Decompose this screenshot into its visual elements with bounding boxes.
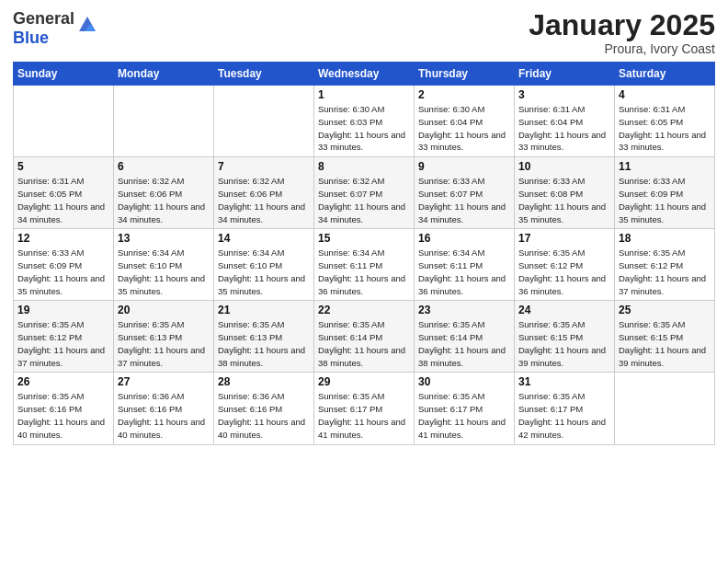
header: General Blue January 2025 Proura, Ivory …	[13, 9, 715, 56]
day-info: Sunrise: 6:35 AMSunset: 6:17 PMDaylight:…	[518, 390, 610, 441]
day-cell: 11Sunrise: 6:33 AMSunset: 6:09 PMDayligh…	[615, 157, 715, 229]
day-number: 10	[518, 160, 610, 173]
day-cell: 23Sunrise: 6:35 AMSunset: 6:14 PMDayligh…	[415, 301, 515, 373]
day-number: 9	[418, 160, 510, 173]
day-info: Sunrise: 6:35 AMSunset: 6:15 PMDaylight:…	[518, 318, 610, 369]
day-cell: 26Sunrise: 6:35 AMSunset: 6:16 PMDayligh…	[14, 373, 114, 444]
day-info: Sunrise: 6:35 AMSunset: 6:12 PMDaylight:…	[518, 247, 610, 297]
weekday-header-row: SundayMondayTuesdayWednesdayThursdayFrid…	[14, 63, 715, 86]
day-number: 26	[17, 375, 109, 388]
day-info: Sunrise: 6:35 AMSunset: 6:17 PMDaylight:…	[418, 390, 510, 441]
day-info: Sunrise: 6:34 AMSunset: 6:10 PMDaylight:…	[118, 247, 210, 297]
day-number: 28	[218, 375, 310, 388]
day-cell: 28Sunrise: 6:36 AMSunset: 6:16 PMDayligh…	[214, 373, 314, 444]
calendar-table: SundayMondayTuesdayWednesdayThursdayFrid…	[13, 62, 715, 444]
day-info: Sunrise: 6:36 AMSunset: 6:16 PMDaylight:…	[218, 390, 310, 441]
day-number: 22	[318, 304, 410, 316]
day-info: Sunrise: 6:33 AMSunset: 6:09 PMDaylight:…	[17, 247, 109, 297]
day-info: Sunrise: 6:32 AMSunset: 6:07 PMDaylight:…	[318, 175, 410, 225]
day-info: Sunrise: 6:30 AMSunset: 6:04 PMDaylight:…	[418, 103, 510, 154]
day-number: 4	[619, 88, 711, 101]
week-row-0: 1Sunrise: 6:30 AMSunset: 6:03 PMDaylight…	[14, 86, 715, 157]
day-info: Sunrise: 6:34 AMSunset: 6:11 PMDaylight:…	[318, 247, 410, 297]
day-cell: 1Sunrise: 6:30 AMSunset: 6:03 PMDaylight…	[314, 86, 415, 157]
day-number: 29	[318, 375, 410, 388]
logo: General Blue	[13, 9, 97, 47]
day-number: 25	[619, 304, 711, 316]
day-cell: 22Sunrise: 6:35 AMSunset: 6:14 PMDayligh…	[314, 301, 415, 373]
weekday-header-friday: Friday	[515, 63, 615, 86]
day-cell: 6Sunrise: 6:32 AMSunset: 6:06 PMDaylight…	[114, 157, 214, 229]
day-cell	[615, 373, 715, 444]
day-cell: 20Sunrise: 6:35 AMSunset: 6:13 PMDayligh…	[114, 301, 214, 373]
weekday-header-thursday: Thursday	[415, 63, 515, 86]
day-number: 24	[518, 304, 610, 316]
day-cell: 7Sunrise: 6:32 AMSunset: 6:06 PMDaylight…	[214, 157, 314, 229]
day-cell: 19Sunrise: 6:35 AMSunset: 6:12 PMDayligh…	[14, 301, 114, 373]
week-row-4: 26Sunrise: 6:35 AMSunset: 6:16 PMDayligh…	[14, 373, 715, 444]
day-number: 14	[218, 232, 310, 245]
day-info: Sunrise: 6:33 AMSunset: 6:09 PMDaylight:…	[619, 175, 711, 225]
day-number: 23	[418, 304, 510, 316]
day-cell: 31Sunrise: 6:35 AMSunset: 6:17 PMDayligh…	[515, 373, 615, 444]
day-cell: 10Sunrise: 6:33 AMSunset: 6:08 PMDayligh…	[515, 157, 615, 229]
day-number: 27	[118, 375, 210, 388]
day-cell	[114, 86, 214, 157]
day-cell: 30Sunrise: 6:35 AMSunset: 6:17 PMDayligh…	[415, 373, 515, 444]
day-number: 17	[518, 232, 610, 245]
day-number: 5	[17, 160, 109, 173]
day-cell: 21Sunrise: 6:35 AMSunset: 6:13 PMDayligh…	[214, 301, 314, 373]
day-info: Sunrise: 6:33 AMSunset: 6:07 PMDaylight:…	[418, 175, 510, 225]
day-cell: 5Sunrise: 6:31 AMSunset: 6:05 PMDaylight…	[14, 157, 114, 229]
day-info: Sunrise: 6:31 AMSunset: 6:04 PMDaylight:…	[518, 103, 610, 154]
day-number: 7	[218, 160, 310, 173]
day-number: 31	[518, 375, 610, 388]
day-cell: 3Sunrise: 6:31 AMSunset: 6:04 PMDaylight…	[515, 86, 615, 157]
day-info: Sunrise: 6:35 AMSunset: 6:15 PMDaylight:…	[619, 318, 711, 369]
day-number: 1	[318, 88, 410, 101]
day-info: Sunrise: 6:34 AMSunset: 6:10 PMDaylight:…	[218, 247, 310, 297]
day-cell: 25Sunrise: 6:35 AMSunset: 6:15 PMDayligh…	[615, 301, 715, 373]
weekday-header-tuesday: Tuesday	[214, 63, 314, 86]
day-cell: 4Sunrise: 6:31 AMSunset: 6:05 PMDaylight…	[615, 86, 715, 157]
day-info: Sunrise: 6:33 AMSunset: 6:08 PMDaylight:…	[518, 175, 610, 225]
day-info: Sunrise: 6:31 AMSunset: 6:05 PMDaylight:…	[619, 103, 711, 154]
logo-general-text: General	[13, 9, 74, 28]
weekday-header-monday: Monday	[114, 63, 214, 86]
day-info: Sunrise: 6:35 AMSunset: 6:14 PMDaylight:…	[418, 318, 510, 369]
week-row-2: 12Sunrise: 6:33 AMSunset: 6:09 PMDayligh…	[14, 229, 715, 301]
day-cell: 2Sunrise: 6:30 AMSunset: 6:04 PMDaylight…	[415, 86, 515, 157]
day-number: 11	[619, 160, 711, 173]
day-cell: 9Sunrise: 6:33 AMSunset: 6:07 PMDaylight…	[415, 157, 515, 229]
day-info: Sunrise: 6:35 AMSunset: 6:13 PMDaylight:…	[218, 318, 310, 369]
day-number: 2	[418, 88, 510, 101]
day-number: 30	[418, 375, 510, 388]
page: General Blue January 2025 Proura, Ivory …	[0, 0, 728, 563]
day-number: 21	[218, 304, 310, 316]
day-number: 18	[619, 232, 711, 245]
day-info: Sunrise: 6:30 AMSunset: 6:03 PMDaylight:…	[318, 103, 410, 154]
logo-blue-text: Blue	[13, 29, 49, 47]
day-cell: 24Sunrise: 6:35 AMSunset: 6:15 PMDayligh…	[515, 301, 615, 373]
day-number: 3	[518, 88, 610, 101]
day-info: Sunrise: 6:35 AMSunset: 6:17 PMDaylight:…	[318, 390, 410, 441]
day-info: Sunrise: 6:32 AMSunset: 6:06 PMDaylight:…	[218, 175, 310, 225]
weekday-header-sunday: Sunday	[14, 63, 114, 86]
day-info: Sunrise: 6:35 AMSunset: 6:13 PMDaylight:…	[118, 318, 210, 369]
week-row-3: 19Sunrise: 6:35 AMSunset: 6:12 PMDayligh…	[14, 301, 715, 373]
day-cell: 12Sunrise: 6:33 AMSunset: 6:09 PMDayligh…	[14, 229, 114, 301]
title-block: January 2025 Proura, Ivory Coast	[529, 9, 715, 56]
week-row-1: 5Sunrise: 6:31 AMSunset: 6:05 PMDaylight…	[14, 157, 715, 229]
day-cell: 8Sunrise: 6:32 AMSunset: 6:07 PMDaylight…	[314, 157, 415, 229]
logo-icon	[77, 15, 97, 33]
day-number: 12	[17, 232, 109, 245]
day-cell: 27Sunrise: 6:36 AMSunset: 6:16 PMDayligh…	[114, 373, 214, 444]
day-cell: 13Sunrise: 6:34 AMSunset: 6:10 PMDayligh…	[114, 229, 214, 301]
day-info: Sunrise: 6:35 AMSunset: 6:12 PMDaylight:…	[17, 318, 109, 369]
day-number: 15	[318, 232, 410, 245]
day-info: Sunrise: 6:36 AMSunset: 6:16 PMDaylight:…	[118, 390, 210, 441]
day-info: Sunrise: 6:35 AMSunset: 6:14 PMDaylight:…	[318, 318, 410, 369]
day-cell: 16Sunrise: 6:34 AMSunset: 6:11 PMDayligh…	[415, 229, 515, 301]
day-cell	[14, 86, 114, 157]
day-cell: 14Sunrise: 6:34 AMSunset: 6:10 PMDayligh…	[214, 229, 314, 301]
